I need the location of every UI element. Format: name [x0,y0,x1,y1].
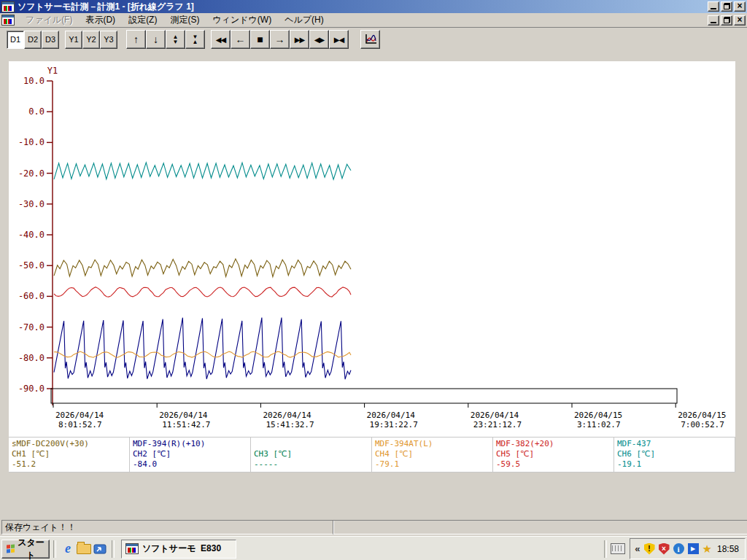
channel-legend: sMDF-DC200V(+30) CH1 [℃] -51.2 MDF-394(R… [9,437,735,472]
restore-button[interactable] [721,1,732,12]
desktop: ソフトサーモ計測－計測1 - [折れ線グラフ 1] × ファイル(F)表示(D)… [0,0,747,560]
toolbar-d3-button[interactable]: D3 [42,31,59,49]
menu-settings[interactable]: 設定(Z) [122,12,163,28]
svg-text:-40.0: -40.0 [18,230,44,240]
svg-text:-10.0: -10.0 [18,137,44,147]
ch2-value: -84.0 [133,459,250,470]
jump-start-button[interactable]: ◀◀ [211,30,231,49]
taskbar: スタート e ソフトサーモ E830 « ! × i ▶ ★ 18:58 [0,536,747,560]
legend-cell-ch5: MDF-382(+20) CH5 [℃] -59.5 [493,438,614,472]
svg-text:23:21:12.7: 23:21:12.7 [473,420,522,429]
media-tray-icon[interactable]: ▶ [688,543,699,554]
menu-window[interactable]: ウィンドウ(W) [206,12,278,28]
svg-text:-60.0: -60.0 [18,291,44,301]
ch6-value: -19.1 [617,459,735,470]
task-button-softthermo[interactable]: ソフトサーモ E830 [121,540,236,559]
title-bar: ソフトサーモ計測－計測1 - [折れ線グラフ 1] × [0,0,747,13]
ch4-label: CH4 [℃] [375,449,492,459]
menu-measure[interactable]: 測定(S) [163,12,206,28]
series-ch4 [54,351,351,357]
mdi-minimize-button[interactable] [708,15,719,26]
pan-left-button[interactable]: ← [231,30,250,49]
menu-bar: ファイル(F)表示(D)設定(Z)測定(S)ウィンドウ(W)ヘルプ(H) × [0,13,747,28]
toolbar-y2-button[interactable]: Y2 [82,31,100,49]
legend-cell-ch2: MDF-394(R)(+10) CH2 [℃] -84.0 [130,438,251,472]
legend-cell-ch1: sMDF-DC200V(+30) CH1 [℃] -51.2 [9,438,130,472]
jump-end-button[interactable]: ▶▶ [290,30,309,49]
d-button-group: D1D2D3 [7,31,59,49]
status-extra-pane [333,520,747,534]
app-icon [1,1,15,12]
ch3-label: CH3 [℃] [254,449,371,459]
security-alert-shield-icon[interactable]: × [659,543,670,555]
y-button-group: Y1Y2Y3 [65,31,117,49]
tray-zone: « ! × i ▶ ★ 18:58 [600,538,747,559]
ch2-label: CH2 [℃] [133,449,250,459]
series-ch2 [54,318,351,379]
ch1-sensor: sMDF-DC200V(+30) [12,439,129,449]
toolbar-y1-button[interactable]: Y1 [65,31,82,49]
svg-text:2026/04/14: 2026/04/14 [367,411,416,420]
close-button[interactable]: × [734,1,746,12]
graph-settings-button[interactable] [360,30,380,49]
line-graph: Y110.00.0-10.0-20.0-30.0-40.0-50.0-60.0-… [9,61,735,437]
svg-text:-30.0: -30.0 [18,199,44,209]
system-tray: « ! × i ▶ ★ 18:58 [630,538,746,559]
svg-text:-90.0: -90.0 [18,384,44,394]
expand-y-button[interactable]: ▲▼ [166,30,185,49]
series-ch5 [54,287,351,297]
svg-text:15:41:32.7: 15:41:32.7 [266,420,314,429]
security-warning-shield-icon[interactable]: ! [644,543,655,555]
minimize-button[interactable] [708,1,719,12]
tray-chevron-icon[interactable]: « [635,543,640,554]
ch5-label: CH5 [℃] [496,449,614,459]
mdi-client-area: Y110.00.0-10.0-20.0-30.0-40.0-50.0-60.0-… [0,51,747,534]
svg-text:2026/04/15: 2026/04/15 [678,411,726,420]
keyboard-language-icon[interactable] [611,543,625,554]
svg-text:3:11:02.7: 3:11:02.7 [577,420,621,429]
toolbar-y3-button[interactable]: Y3 [100,31,117,49]
pan-up-button[interactable]: ↑ [126,30,146,49]
mdi-restore-button[interactable] [721,15,732,26]
compress-x-button[interactable]: ▶◀ [329,30,349,49]
svg-text:2026/04/14: 2026/04/14 [159,411,208,420]
mdi-close-button[interactable]: × [734,15,746,26]
svg-text:-50.0: -50.0 [18,260,44,271]
status-message: 保存ウェイト！！ [5,521,76,534]
svg-text:-80.0: -80.0 [18,353,44,363]
toolbar-d2-button[interactable]: D2 [24,31,42,49]
toolbar-d1-button[interactable]: D1 [7,31,24,49]
svg-text:19:31:22.7: 19:31:22.7 [370,420,418,429]
expand-x-button[interactable]: ◀▶ [309,30,329,49]
legend-cell-ch6: MDF-437 CH6 [℃] -19.1 [614,438,735,472]
folder-icon[interactable] [76,541,92,557]
svg-text:11:51:42.7: 11:51:42.7 [162,420,210,429]
svg-text:8:01:52.7: 8:01:52.7 [58,420,102,429]
star-tray-icon[interactable]: ★ [703,542,712,556]
status-bar: 保存ウェイト！！ [0,518,747,534]
pan-right-button[interactable]: → [270,30,290,49]
tray-divider [604,540,607,558]
mdi-child-icon[interactable] [1,15,15,26]
menu-help[interactable]: ヘルプ(H) [278,12,330,28]
compress-y-button[interactable]: ▼▲ [185,30,205,49]
info-balloon-icon[interactable]: i [673,543,684,554]
graph-icon [363,33,378,46]
start-button[interactable]: スタート [1,540,50,559]
series-ch6 [54,163,351,179]
ch2-sensor: MDF-394(R)(+10) [133,439,250,449]
menu-file[interactable]: ファイル(F) [19,12,79,28]
show-desktop-icon[interactable] [92,541,108,557]
pan-down-button[interactable]: ↓ [146,30,166,49]
menu-view[interactable]: 表示(D) [79,12,122,28]
internet-explorer-icon[interactable]: e [60,541,76,557]
svg-text:0.0: 0.0 [28,106,44,117]
ch4-sensor: MDF-394AT(L) [375,439,492,449]
taskbar-divider-2 [112,540,115,558]
scale-button-group: ↑↓▲▼▼▲ [126,30,205,49]
tray-clock: 18:58 [717,544,739,554]
ch6-sensor: MDF-437 [617,439,735,449]
svg-text:Y1: Y1 [47,66,58,76]
stop-button[interactable]: ■ [250,30,270,49]
legend-cell-ch3: CH3 [℃] ----- [251,438,372,472]
